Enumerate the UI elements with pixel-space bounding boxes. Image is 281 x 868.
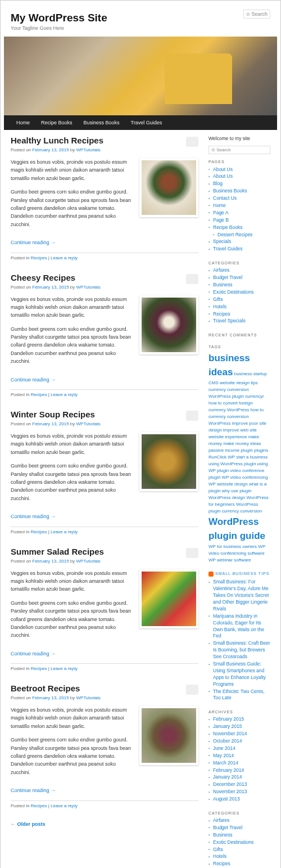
- reply-link[interactable]: Leave a reply: [51, 803, 78, 808]
- post-date-link[interactable]: February 13, 2015: [32, 421, 69, 426]
- list-item[interactable]: May 2014: [209, 752, 270, 759]
- list-item[interactable]: Small Business Guide: Using Smartphones …: [209, 661, 270, 689]
- category-link[interactable]: Recipes: [31, 666, 47, 671]
- category-link[interactable]: Recipes: [31, 529, 47, 534]
- post-thumbnail[interactable]: [139, 432, 198, 491]
- list-item[interactable]: Exotic Destinations: [209, 839, 270, 846]
- comment-bubble-icon[interactable]: [186, 548, 198, 558]
- page-container: My WordPress Site Your Tagline Goes Here…: [0, 0, 281, 868]
- list-item[interactable]: The Ethicist: Two Cents, Too Late: [209, 688, 270, 702]
- search-input-side[interactable]: ⊙ Search: [209, 146, 270, 154]
- list-item[interactable]: Small Business: For Valentine's Day, Ado…: [209, 579, 270, 613]
- rss-icon[interactable]: [209, 572, 214, 577]
- nav-item[interactable]: Travel Guides: [125, 115, 168, 130]
- list-item[interactable]: Home: [209, 202, 270, 209]
- widget-categories-2: CATEGORIES AirfaresBudget TravelBusiness…: [209, 811, 270, 868]
- list-item[interactable]: March 2014: [209, 759, 270, 767]
- list-item[interactable]: About Us: [209, 166, 270, 173]
- reply-link[interactable]: Leave a reply: [51, 255, 78, 260]
- list-item[interactable]: Airfares: [209, 817, 270, 825]
- list-item[interactable]: Airfares: [209, 267, 270, 275]
- list-item[interactable]: November 2014: [209, 731, 270, 738]
- post: Healthy Lunch RecipesPosted on February …: [11, 136, 198, 260]
- list-item[interactable]: October 2014: [209, 738, 270, 745]
- list-item[interactable]: Travel Specials: [209, 318, 270, 325]
- older-posts-link[interactable]: ← Older posts: [11, 821, 46, 827]
- list-item[interactable]: About Us: [209, 173, 270, 181]
- category-link[interactable]: Recipes: [31, 392, 47, 397]
- list-item[interactable]: Specials: [209, 239, 270, 246]
- list-item[interactable]: Travel Guides: [209, 246, 270, 253]
- list-item[interactable]: Gifts: [209, 296, 270, 303]
- post-date-link[interactable]: February 13, 2015: [32, 285, 69, 290]
- post-thumbnail[interactable]: [139, 706, 198, 765]
- list-item[interactable]: November 2013: [209, 789, 270, 796]
- comment-bubble-icon[interactable]: [186, 137, 198, 147]
- list-item[interactable]: Dessert Recipes: [209, 231, 270, 239]
- list-item[interactable]: February 2015: [209, 716, 270, 723]
- post-title[interactable]: Cheesy Recipes: [11, 273, 198, 282]
- list-item[interactable]: Small Business: Craft Beer Is Booming, b…: [209, 640, 270, 661]
- post-author-link[interactable]: WPTutorials: [76, 695, 101, 700]
- comment-bubble-icon[interactable]: [186, 274, 198, 284]
- reply-link[interactable]: Leave a reply: [51, 392, 78, 397]
- post-date-link[interactable]: February 13, 2015: [32, 695, 69, 700]
- list-item[interactable]: Recipes: [209, 311, 270, 318]
- list-item[interactable]: Recipes: [209, 861, 270, 868]
- list-item[interactable]: Page A: [209, 209, 270, 217]
- comment-bubble-icon[interactable]: [186, 685, 198, 695]
- nav-item[interactable]: Business Books: [78, 115, 125, 130]
- list-item[interactable]: Business: [209, 831, 270, 839]
- continue-reading-link[interactable]: Continue reading →: [11, 239, 56, 246]
- post-title[interactable]: Beetroot Recipes: [11, 683, 198, 693]
- reply-link[interactable]: Leave a reply: [51, 529, 78, 534]
- list-item[interactable]: Business: [209, 281, 270, 289]
- list-item[interactable]: Budget Travel: [209, 824, 270, 831]
- post-date-link[interactable]: February 13, 2015: [32, 147, 69, 152]
- post-author-link[interactable]: WPTutorials: [76, 285, 101, 290]
- continue-reading-link[interactable]: Continue reading →: [11, 786, 56, 794]
- post-author-link[interactable]: WPTutorials: [76, 147, 101, 152]
- list-item[interactable]: Page B: [209, 217, 270, 224]
- post-thumbnail[interactable]: [139, 158, 198, 217]
- post-date-link[interactable]: February 13, 2015: [32, 559, 69, 564]
- list-item[interactable]: June 2014: [209, 745, 270, 752]
- site-title[interactable]: My WordPress Site: [11, 12, 270, 24]
- list-item[interactable]: Marijuana Industry in Colorado, Eager fo…: [209, 613, 270, 640]
- list-item[interactable]: Hotels: [209, 853, 270, 861]
- post-thumbnail[interactable]: [139, 295, 198, 354]
- post-footer: Posted in Recipes | Leave a reply: [11, 527, 198, 534]
- reply-link[interactable]: Leave a reply: [51, 666, 78, 671]
- comment-bubble-icon[interactable]: [186, 411, 198, 421]
- category-link[interactable]: Recipes: [31, 255, 47, 260]
- continue-reading-link[interactable]: Continue reading →: [11, 376, 56, 384]
- header-image[interactable]: [4, 37, 277, 115]
- list-item[interactable]: January 2014: [209, 774, 270, 781]
- post-thumbnail[interactable]: [139, 569, 198, 628]
- category-link[interactable]: Recipes: [31, 803, 47, 808]
- search-input-top[interactable]: Search: [243, 10, 270, 19]
- list-item[interactable]: January 2015: [209, 723, 270, 731]
- continue-reading-link[interactable]: Continue reading →: [11, 512, 56, 520]
- list-item[interactable]: Recipe Books: [209, 224, 270, 231]
- list-item[interactable]: Budget Travel: [209, 275, 270, 282]
- nav-item[interactable]: Recipe Books: [35, 115, 78, 130]
- widget-title: PAGES: [209, 160, 270, 164]
- post-title[interactable]: Winter Soup Recipes: [11, 410, 198, 419]
- list-item[interactable]: Blog: [209, 181, 270, 188]
- list-item[interactable]: Business Books: [209, 188, 270, 195]
- list-item[interactable]: Contact Us: [209, 195, 270, 203]
- list-item[interactable]: December 2013: [209, 781, 270, 789]
- list-item[interactable]: August 2013: [209, 796, 270, 803]
- list-item[interactable]: Exotic Destinations: [209, 289, 270, 296]
- continue-reading-link[interactable]: Continue reading →: [11, 650, 56, 658]
- post-title[interactable]: Summer Salad Recipes: [11, 547, 198, 556]
- list-item[interactable]: February 2014: [209, 767, 270, 774]
- post-author-link[interactable]: WPTutorials: [76, 421, 101, 426]
- post-author-link[interactable]: WPTutorials: [76, 559, 101, 564]
- post-title[interactable]: Healthy Lunch Recipes: [11, 136, 198, 145]
- tag-cloud[interactable]: business ideas business startup CMS webs…: [209, 351, 270, 564]
- list-item[interactable]: Hotels: [209, 303, 270, 311]
- nav-item[interactable]: Home: [11, 115, 35, 130]
- list-item[interactable]: Gifts: [209, 846, 270, 853]
